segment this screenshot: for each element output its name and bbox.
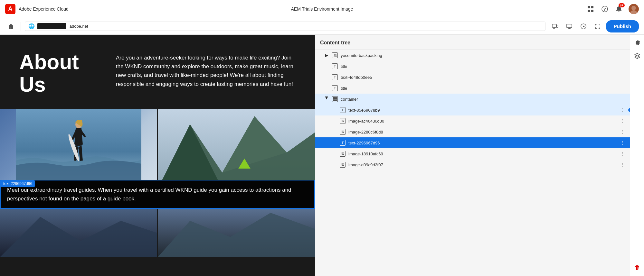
tree-label-title-1: title (341, 64, 626, 69)
bottom-image-cell-2 (158, 209, 315, 257)
text-icon-4d48db0ee5: T (332, 74, 338, 80)
about-us-title: About Us (19, 51, 103, 96)
tree-item-image-ac46430d30[interactable]: 🖼 image-ac46430d30 ⋮ (315, 115, 630, 126)
item-menu-2296967d96[interactable]: ⋮ (620, 140, 626, 146)
item-menu-d09c9d2f07[interactable]: ⋮ (620, 161, 626, 168)
page-canvas: About Us Are you an adventure-seeker loo… (0, 35, 315, 276)
env-title: AEM Trials Environment Image (291, 6, 353, 12)
container-icon (332, 96, 338, 102)
tree-item-image-2280c6f8d8[interactable]: 🖼 image-2280c6f8d8 ⋮ (315, 126, 630, 137)
tree-label-text-4d48db0ee5: text-4d48db0ee5 (341, 75, 626, 80)
globe-icon: 🌐 (28, 23, 35, 29)
url-redacted: ████████ (37, 23, 66, 29)
tree-label-image-2280c6f8d8: image-2280c6f8d8 (348, 130, 617, 134)
svg-marker-16 (583, 25, 585, 27)
layers-button[interactable] (631, 50, 643, 62)
tree-label-image-d09c9d2f07: image-d09c9d2f07 (348, 162, 617, 167)
tree-label-image-ac46430d30: image-ac46430d30 (348, 119, 617, 124)
content-tree-header: Content tree (315, 35, 630, 50)
side-icon-bar (630, 35, 644, 276)
svg-point-6 (630, 10, 638, 14)
notifications-icon[interactable]: 9+ (614, 5, 623, 14)
text-label-tag: text-2296967d96 (1, 180, 35, 187)
svg-rect-12 (567, 24, 572, 28)
tree-label-text-2296967d96: text-2296967d96 (348, 141, 617, 145)
about-us-text: Are you an adventure-seeker looking for … (116, 51, 296, 88)
tree-label-image-18910afc69: image-18910afc69 (348, 152, 617, 156)
image-icon-d09c9d2f07: 🖼 (339, 161, 346, 168)
item-menu-85e69078b9[interactable]: ⋮ (620, 107, 626, 113)
svg-point-7 (631, 6, 636, 10)
svg-rect-8 (552, 24, 556, 27)
toolbar: 🌐 ████████ adobe.net (0, 18, 644, 35)
svg-rect-0 (588, 6, 590, 8)
help-icon[interactable]: ? (600, 5, 609, 14)
toolbar-divider (21, 22, 21, 31)
tree-item-text-2296967d96[interactable]: T text-2296967d96 ⋮ (315, 137, 630, 148)
tree-item-container[interactable]: ▶ container (315, 94, 630, 105)
tree-label-text-85e69078b9: text-85e69078b9 (348, 108, 617, 113)
apps-grid-icon[interactable] (586, 5, 595, 14)
main-area: About Us Are you an adventure-seeker loo… (0, 35, 644, 276)
image-icon-18910afc69: 🖼 (339, 151, 346, 157)
guides-text-block: text-2296967d96 Meet our extraordinary t… (0, 180, 315, 209)
about-us-section: About Us Are you an adventure-seeker loo… (0, 35, 315, 109)
image-icon-yosemite: 🖼 (332, 52, 338, 59)
svg-rect-2 (588, 10, 590, 12)
expand-arrow-yosemite[interactable]: ▶ (324, 53, 329, 58)
fullscreen-button[interactable] (592, 21, 603, 32)
app-name: Adobe Experience Cloud (19, 6, 69, 12)
image-icon-2280c6f8d8: 🖼 (339, 129, 346, 135)
text-icon-2296967d96: T (339, 140, 346, 146)
mountain-image-cell: image-d09c9d2f07 (158, 109, 315, 180)
adobe-logo: A (5, 4, 15, 14)
tree-item-title-2[interactable]: T title (315, 83, 630, 94)
svg-rect-9 (556, 25, 558, 27)
tree-item-text-4d48db0ee5[interactable]: T text-4d48db0ee5 (315, 72, 630, 83)
home-button[interactable] (5, 21, 17, 32)
play-button[interactable] (578, 21, 589, 32)
svg-rect-1 (591, 6, 593, 8)
item-menu-2280c6f8d8[interactable]: ⋮ (620, 129, 626, 135)
image-grid: image-d09c9d2f07 (0, 109, 315, 180)
connector-dot (628, 108, 630, 112)
svg-rect-3 (591, 10, 593, 12)
bottom-image-cell-1 (0, 209, 157, 257)
toolbar-right-icons: Publish (549, 20, 639, 32)
content-tree-panel: Content tree ▶ 🖼 yosemite-backpacking T … (315, 35, 630, 276)
desktop-preview-button[interactable] (564, 21, 575, 32)
item-menu-ac46430d30[interactable]: ⋮ (620, 118, 626, 124)
expand-arrow-container[interactable]: ▶ (324, 97, 329, 102)
delete-button[interactable] (631, 262, 643, 273)
notification-badge: 9+ (619, 3, 625, 7)
surfer-image-cell (0, 109, 157, 180)
text-icon-title1: T (332, 63, 338, 69)
tree-label-yosemite-backpacking: yosemite-backpacking (341, 53, 626, 58)
tree-label-container: container (341, 97, 626, 102)
image-grid-top: image-d09c9d2f07 (0, 109, 315, 180)
top-nav: A Adobe Experience Cloud AEM Trials Envi… (0, 0, 644, 18)
tree-item-image-d09c9d2f07[interactable]: 🖼 image-d09c9d2f07 ⋮ (315, 159, 630, 170)
tree-item-image-18910afc69[interactable]: 🖼 image-18910afc69 ⋮ (315, 148, 630, 159)
settings-button[interactable] (631, 37, 643, 49)
device-preview-button[interactable] (549, 21, 561, 32)
publish-button[interactable]: Publish (606, 20, 639, 32)
url-bar[interactable]: 🌐 ████████ adobe.net (25, 22, 545, 31)
tree-label-title-2: title (341, 86, 626, 91)
item-menu-18910afc69[interactable]: ⋮ (620, 151, 626, 157)
guides-text: Meet our extraordinary travel guides. Wh… (1, 180, 314, 208)
text-icon-85e69078b9: T (339, 107, 346, 113)
tree-item-title-1[interactable]: T title (315, 61, 630, 72)
image-icon-ac46430d30: 🖼 (339, 118, 346, 124)
svg-text:?: ? (603, 7, 606, 12)
tree-item-text-85e69078b9[interactable]: T text-85e69078b9 ⋮ (315, 105, 630, 115)
user-avatar[interactable] (629, 4, 639, 14)
tree-item-yosemite-backpacking[interactable]: ▶ 🖼 yosemite-backpacking (315, 50, 630, 61)
url-domain: adobe.net (70, 24, 88, 29)
text-icon-title2: T (332, 85, 338, 91)
image-grid-bottom (0, 209, 315, 247)
nav-icons: ? 9+ (586, 4, 639, 14)
